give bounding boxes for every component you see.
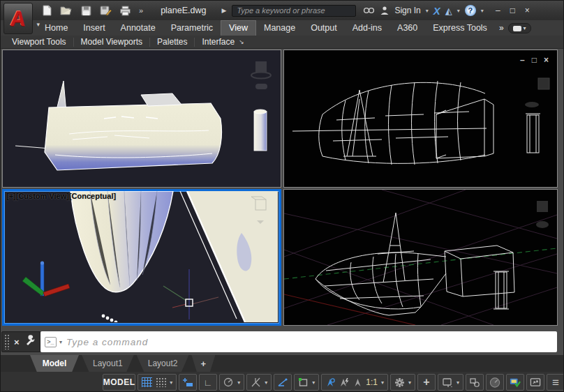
ribbon-tab-home[interactable]: Home	[37, 21, 75, 36]
minimize-window-button[interactable]: –	[492, 6, 504, 16]
graphics-performance-toggle[interactable]	[486, 374, 504, 391]
viewport-controls-menu[interactable]: [+]	[6, 192, 16, 200]
ribbon-minimize-button[interactable]: ▾	[508, 23, 531, 33]
drawing-minimize-button[interactable]: –	[520, 56, 525, 64]
panel-interface-arrow-icon[interactable]: ↘	[239, 38, 244, 45]
object-snap-tracking-toggle[interactable]	[274, 374, 292, 391]
ortho-mode-toggle[interactable]: ∟	[199, 374, 217, 391]
ribbon-tab-annotate[interactable]: Annotate	[113, 21, 163, 36]
customization-menu-button[interactable]: ≡	[547, 374, 564, 391]
save-as-button[interactable]	[98, 4, 112, 17]
polar-caret-icon[interactable]: ▾	[237, 379, 240, 386]
a360-caret-icon[interactable]: ▾	[457, 8, 460, 14]
customize-wrench-icon[interactable]	[24, 335, 36, 349]
viewport-style-menu[interactable]: [Conceptual]	[69, 192, 116, 200]
object-snap-icon	[298, 377, 309, 387]
panel-viewport-tools[interactable]: Viewport Tools	[5, 37, 73, 47]
layout-tab-model[interactable]: Model	[30, 355, 79, 372]
layout-tab-layout2[interactable]: Layout2	[137, 355, 189, 372]
snap-caret-icon[interactable]: ▾	[170, 379, 172, 386]
annotation-scale-icon[interactable]	[353, 377, 362, 388]
model-space-toggle[interactable]: MODEL	[103, 374, 135, 391]
ribbon-tab-addins[interactable]: Add-ins	[345, 21, 389, 36]
ribbon-tab-express-tools[interactable]: Express Tools	[425, 21, 495, 36]
plot-button[interactable]	[118, 4, 132, 17]
ribbon-tab-view[interactable]: View	[221, 20, 256, 36]
close-window-button[interactable]: ×	[521, 6, 533, 16]
isoplane-caret-icon[interactable]: ▾	[265, 379, 267, 386]
annotation-visibility-icon[interactable]	[325, 377, 336, 388]
viewport-bottom-right[interactable]	[283, 189, 558, 326]
command-input[interactable]	[65, 336, 557, 348]
help-icon[interactable]: ?	[465, 5, 476, 16]
sign-in-caret-icon[interactable]: ▾	[426, 8, 429, 14]
ribbon-tab-output[interactable]: Output	[303, 21, 345, 36]
panel-model-viewports[interactable]: Model Viewports	[74, 37, 150, 47]
command-prompt-icon[interactable]: >_	[45, 337, 57, 347]
command-grip-handle[interactable]	[4, 334, 9, 349]
wireframe-iso-view	[284, 190, 557, 325]
grid-display-icon[interactable]	[142, 377, 152, 387]
open-file-button[interactable]	[59, 4, 73, 17]
viewport-bottom-left-active[interactable]: [+][Custom View][Conceptual]	[2, 189, 281, 326]
ribbon-tab-manage[interactable]: Manage	[256, 21, 303, 36]
isometric-drafting-toggle[interactable]: ▾	[246, 374, 272, 391]
snap-mode-icon[interactable]	[156, 377, 166, 387]
search-icon[interactable]	[363, 6, 375, 15]
hardware-acceleration-button[interactable]	[506, 374, 524, 391]
title-flyout-icon[interactable]: ▶	[221, 7, 226, 14]
workspace-caret-icon[interactable]: ▾	[408, 379, 411, 386]
drawing-close-button[interactable]: ×	[544, 56, 549, 64]
annotation-group: 1:1 ▾	[321, 374, 388, 391]
viewport-label: [+][Custom View][Conceptual]	[6, 192, 116, 200]
annotation-monitor-toggle[interactable]: +	[417, 374, 436, 391]
osnap-tracking-icon	[277, 377, 288, 387]
new-layout-button[interactable]: +	[191, 355, 215, 372]
application-menu-button[interactable]: A ▾	[3, 3, 33, 34]
command-close-icon[interactable]: ×	[14, 337, 20, 347]
units-lock-group[interactable]: ▾	[438, 374, 463, 391]
ucs-icon	[22, 261, 70, 296]
layout-tab-layout1[interactable]: Layout1	[82, 355, 134, 372]
annotation-autoscale-icon[interactable]	[339, 377, 350, 388]
viewport-view-menu[interactable]: [Custom View]	[16, 192, 69, 200]
clean-screen-button[interactable]	[526, 374, 544, 391]
polar-tracking-toggle[interactable]: ▾	[219, 374, 244, 391]
qat-expand-icon[interactable]: »	[139, 6, 142, 15]
annotation-scale-caret-icon[interactable]: ▾	[381, 379, 384, 386]
crosshair-cursor	[163, 269, 218, 319]
ribbon-tab-a360[interactable]: A360	[389, 21, 425, 36]
infer-constraints-toggle[interactable]	[179, 374, 197, 391]
annotation-scale-value[interactable]: 1:1	[366, 377, 378, 387]
viewcube-icon	[538, 78, 549, 89]
drawing-restore-button[interactable]: □	[532, 56, 537, 64]
lock-caret-icon[interactable]: ▾	[457, 379, 459, 386]
a360-icon[interactable]: ◭	[445, 6, 452, 16]
shaded-side-view	[3, 50, 281, 187]
isolate-objects-button[interactable]	[466, 374, 484, 391]
new-file-button[interactable]	[40, 4, 54, 17]
ribbon-tab-parametric[interactable]: Parametric	[163, 21, 221, 36]
polar-tracking-icon	[223, 377, 234, 387]
save-button[interactable]	[79, 4, 93, 17]
object-snap-toggle[interactable]: ▾	[294, 374, 319, 391]
autodesk-exchange-icon[interactable]: X	[433, 5, 440, 17]
workspace-switching[interactable]: ▾	[390, 374, 415, 391]
panel-interface[interactable]: Interface	[195, 37, 242, 47]
viewport-top-left[interactable]	[2, 50, 281, 188]
search-input[interactable]	[235, 6, 352, 15]
help-caret-icon[interactable]: ▾	[481, 8, 484, 14]
sign-in-button[interactable]: Sign In	[394, 6, 420, 15]
performance-dial-icon	[489, 377, 500, 389]
maximize-window-button[interactable]: □	[507, 6, 519, 16]
clean-screen-icon	[530, 377, 541, 387]
panel-palettes[interactable]: Palettes	[150, 37, 194, 47]
object-snap-caret-icon[interactable]: ▾	[312, 379, 315, 386]
viewport-top-right[interactable]: – □ ×	[283, 50, 558, 188]
user-icon	[380, 6, 389, 15]
grid-snap-group: ▾	[138, 374, 177, 391]
window-controls: – □ ×	[492, 6, 533, 16]
ribbon-tab-insert[interactable]: Insert	[75, 21, 112, 36]
recent-commands-caret-icon[interactable]: ▾	[59, 339, 62, 345]
ribbon-tabs-overflow-icon[interactable]: »	[499, 23, 504, 33]
